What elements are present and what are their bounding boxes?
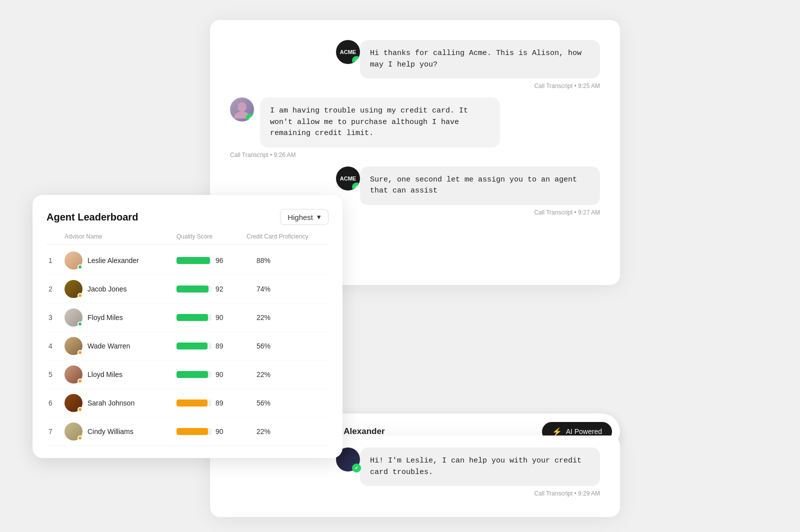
score-bar — [176, 342, 208, 350]
agent-cell: Cindy Williams — [64, 422, 176, 440]
table-row: 1 Leslie Alexander 96 88% — [46, 246, 328, 275]
proficiency-value: 56% — [246, 399, 326, 407]
proficiency-value: 88% — [246, 256, 326, 264]
score-bar — [176, 428, 208, 435]
score-number: 90 — [216, 370, 224, 378]
table-row: 2 Jacob Jones 92 74% — [46, 275, 328, 304]
proficiency-value: 22% — [246, 428, 326, 436]
meta-2: Call Transcript • 9:26 AM — [230, 152, 600, 158]
leaderboard-title: Agent Leaderboard — [46, 212, 138, 223]
status-dot — [78, 264, 82, 270]
score-number: 90 — [216, 314, 224, 322]
whatsapp-badge-leslie: ✓ — [352, 464, 361, 472]
agent-cell: Floyd Miles — [64, 308, 176, 326]
agent-name: Floyd Miles — [88, 314, 123, 322]
col-name: Advisor Name — [64, 233, 176, 240]
score-bar-wrap — [176, 428, 212, 435]
whatsapp-badge-1: ✓ — [352, 56, 360, 64]
score-cell: 90 — [176, 314, 246, 322]
message-row-2: ✓ I am having trouble using my credit ca… — [230, 98, 600, 148]
agent-name: Wade Warren — [88, 342, 130, 350]
bubble-3: Sure, one second let me assign you to an… — [360, 166, 600, 205]
score-number: 90 — [216, 428, 224, 436]
row-rank: 7 — [48, 428, 64, 436]
agent-name: Jacob Jones — [88, 285, 127, 293]
highest-filter-dropdown[interactable]: Highest ▾ — [280, 209, 328, 225]
status-dot — [78, 378, 82, 384]
score-cell: 89 — [176, 399, 246, 407]
svg-point-0 — [238, 102, 246, 112]
bubble-2: I am having trouble using my credit card… — [260, 98, 500, 148]
status-dot — [78, 407, 82, 412]
col-proficiency: Credit Card Proficiency — [246, 233, 326, 240]
status-dot — [78, 350, 82, 355]
score-bar — [176, 371, 208, 378]
score-bar-wrap — [176, 314, 212, 321]
customer-avatar-1: ✓ — [230, 98, 254, 122]
score-number: 96 — [216, 256, 224, 264]
meta-1: Call Transcript • 9:25 AM — [230, 82, 600, 90]
row-rank: 6 — [48, 399, 64, 407]
row-rank: 1 — [48, 256, 64, 264]
agent-cell: Leslie Alexander — [64, 252, 176, 270]
table-row: 7 Cindy Williams 90 22% — [46, 418, 328, 446]
agent-avatar — [64, 422, 82, 440]
row-rank: 4 — [48, 342, 64, 350]
agent-avatar — [64, 280, 82, 298]
agent-cell: Wade Warren — [64, 337, 176, 355]
score-bar-wrap — [176, 371, 212, 378]
leaderboard-rows: 1 Leslie Alexander 96 88% 2 Jacob Jones — [46, 246, 328, 446]
bubble-1: Hi thanks for calling Acme. This is Alis… — [360, 40, 600, 78]
whatsapp-badge-2: ✓ — [246, 114, 254, 122]
table-row: 6 Sarah Johnson 89 56% — [46, 389, 328, 418]
score-bar-wrap — [176, 400, 212, 406]
table-header: Advisor Name Quality Score Credit Card P… — [46, 233, 328, 244]
leslie-meta: Call Transcript • 9:29 AM — [230, 490, 600, 497]
row-rank: 3 — [48, 314, 64, 322]
score-bar — [176, 257, 210, 264]
ai-powered-label: AI Powered — [566, 428, 602, 436]
table-row: 4 Wade Warren 89 56% — [46, 332, 328, 360]
score-bar-wrap — [176, 286, 212, 292]
score-bar — [176, 286, 208, 292]
score-cell: 90 — [176, 428, 246, 436]
agent-name: Sarah Johnson — [88, 399, 134, 407]
agent-name: Cindy Williams — [88, 428, 134, 436]
agent-avatar — [64, 337, 82, 355]
highest-label: Highest — [288, 213, 313, 222]
leaderboard-header: Agent Leaderboard Highest ▾ — [46, 209, 328, 225]
agent-cell: Jacob Jones — [64, 280, 176, 298]
score-bar — [176, 314, 208, 321]
agent-avatar — [64, 308, 82, 326]
agent-name: Lloyd Miles — [88, 370, 122, 378]
message-row-1: Hi thanks for calling Acme. This is Alis… — [230, 40, 600, 78]
ai-icon: ⚡ — [552, 427, 562, 436]
table-row: 5 Lloyd Miles 90 22% — [46, 360, 328, 389]
agent-avatar — [64, 366, 82, 384]
agent-cell: Sarah Johnson — [64, 394, 176, 412]
score-bar-wrap — [176, 342, 212, 350]
agent-avatar — [64, 252, 82, 270]
score-number: 89 — [216, 342, 224, 350]
acme-avatar-2: ACME ✓ — [336, 166, 360, 190]
row-rank: 5 — [48, 370, 64, 378]
acme-avatar-1: ACME ✓ — [336, 40, 360, 64]
agent-cell: Lloyd Miles — [64, 366, 176, 384]
col-quality: Quality Score — [176, 233, 246, 240]
score-cell: 92 — [176, 285, 246, 293]
chevron-down-icon: ▾ — [317, 212, 321, 222]
score-cell: 89 — [176, 342, 246, 350]
agent-avatar — [64, 394, 82, 412]
row-rank: 2 — [48, 285, 64, 293]
score-number: 92 — [216, 285, 224, 293]
proficiency-value: 56% — [246, 342, 326, 350]
proficiency-value: 74% — [246, 285, 326, 293]
leaderboard-panel: Agent Leaderboard Highest ▾ Advisor Name… — [32, 195, 342, 458]
whatsapp-badge-3: ✓ — [352, 182, 360, 190]
col-rank — [48, 233, 64, 240]
status-dot — [78, 293, 82, 298]
table-row: 3 Floyd Miles 90 22% — [46, 304, 328, 332]
score-bar-wrap — [176, 257, 212, 264]
score-bar — [176, 400, 208, 406]
score-number: 89 — [216, 399, 224, 407]
